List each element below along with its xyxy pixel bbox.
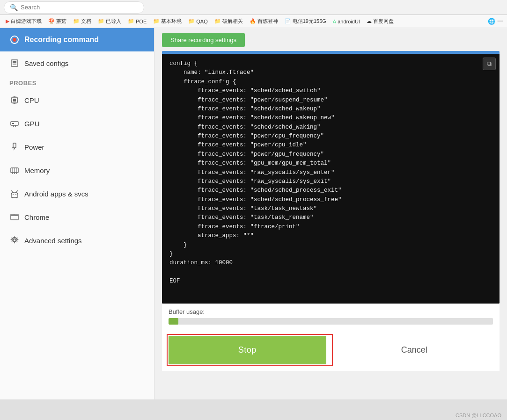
stop-button-wrapper: Stop bbox=[169, 336, 331, 364]
buffer-section: Buffer usage: bbox=[162, 304, 500, 331]
bookmark-android-ui[interactable]: A androidUI bbox=[331, 18, 362, 25]
svg-point-34 bbox=[15, 194, 16, 195]
cpu-label: CPU bbox=[24, 96, 39, 104]
settings-icon bbox=[9, 235, 20, 246]
svg-point-1 bbox=[13, 38, 16, 42]
main-layout: Recording command Saved configs Probes bbox=[0, 28, 507, 399]
buffer-bar-fill bbox=[169, 318, 178, 325]
sidebar-item-memory[interactable]: Memory bbox=[0, 159, 154, 182]
share-recording-button[interactable]: Share recording settings bbox=[162, 33, 245, 47]
svg-rect-3 bbox=[13, 61, 16, 63]
cancel-button[interactable]: Cancel bbox=[336, 336, 493, 364]
bookmarks-bar: ▶ 白嫖游戏下载 🍄 蘑菇 📁 文档 📁 已导入 📁 POE 📁 基本环境 📁 … bbox=[0, 15, 507, 28]
chrome-icon bbox=[9, 212, 20, 222]
cpu-icon bbox=[9, 95, 20, 105]
sidebar: Recording command Saved configs Probes bbox=[0, 28, 154, 399]
saved-configs-label: Saved configs bbox=[24, 59, 68, 67]
terminal-content: config { name: "linux.ftrace" ftrace_con… bbox=[162, 54, 500, 304]
bookmark-baidengsheng[interactable]: 🔥 百炼登神 bbox=[248, 17, 280, 26]
buffer-bar-background bbox=[169, 318, 493, 325]
svg-rect-19 bbox=[11, 122, 18, 125]
search-input[interactable] bbox=[21, 4, 128, 11]
bookmark-qaq[interactable]: 📁 QAQ bbox=[186, 17, 209, 25]
search-icon: 🔍 bbox=[10, 4, 18, 11]
svg-rect-23 bbox=[13, 143, 16, 148]
content-area: Share recording settings ⧉ config { name… bbox=[154, 28, 507, 399]
sidebar-item-recording-command[interactable]: Recording command bbox=[0, 28, 154, 51]
svg-point-38 bbox=[17, 190, 18, 191]
svg-rect-2 bbox=[11, 60, 18, 66]
recording-icon bbox=[9, 35, 20, 45]
watermark: CSDN @LLCCOAO bbox=[456, 413, 501, 418]
svg-point-33 bbox=[13, 194, 14, 195]
sidebar-item-android[interactable]: Android apps & svcs bbox=[0, 182, 154, 205]
advanced-settings-label: Advanced settings bbox=[24, 237, 82, 245]
probes-section-label: Probes bbox=[0, 75, 154, 88]
memory-label: Memory bbox=[24, 167, 50, 174]
chrome-label: Chrome bbox=[24, 213, 49, 221]
bookmark-wendang[interactable]: 📁 文档 bbox=[71, 17, 93, 26]
stop-button[interactable]: Stop bbox=[169, 336, 326, 364]
search-bar[interactable]: 🔍 bbox=[4, 1, 144, 14]
recording-command-label: Recording command bbox=[24, 36, 99, 44]
bookmark-baipi[interactable]: ▶ 白嫖游戏下载 bbox=[4, 17, 44, 26]
svg-point-43 bbox=[14, 215, 15, 216]
buffer-label: Buffer usage: bbox=[169, 308, 493, 315]
bookmark-yidaoru[interactable]: 📁 已导入 bbox=[96, 17, 123, 26]
gpu-icon bbox=[9, 118, 20, 129]
sidebar-item-power[interactable]: Power bbox=[0, 135, 154, 159]
sidebar-item-advanced-settings[interactable]: Advanced settings bbox=[0, 229, 154, 252]
sidebar-item-chrome[interactable]: Chrome bbox=[0, 205, 154, 229]
svg-point-37 bbox=[11, 190, 12, 191]
sidebar-item-cpu[interactable]: CPU bbox=[0, 88, 154, 112]
action-row: Stop Cancel bbox=[162, 331, 500, 371]
cancel-button-wrapper: Cancel bbox=[331, 336, 493, 364]
bookmark-pojie[interactable]: 📁 破解相关 bbox=[213, 17, 245, 26]
bookmark-mogu[interactable]: 🍄 蘑菇 bbox=[46, 17, 68, 26]
copy-button[interactable]: ⧉ bbox=[483, 58, 496, 70]
svg-rect-6 bbox=[13, 99, 16, 101]
android-label: Android apps & svcs bbox=[24, 190, 88, 198]
svg-point-41 bbox=[12, 215, 13, 216]
bookmark-baidu-wangpan[interactable]: ☁ 百度网盘 bbox=[365, 17, 396, 26]
sidebar-item-gpu[interactable]: GPU bbox=[0, 112, 154, 135]
bookmark-poe[interactable]: 📁 POE bbox=[126, 17, 148, 25]
svg-rect-20 bbox=[12, 123, 14, 124]
bookmark-dianxin[interactable]: 📄 电信19元155G bbox=[283, 17, 328, 26]
android-icon bbox=[9, 188, 20, 199]
svg-point-42 bbox=[13, 215, 14, 216]
memory-icon bbox=[9, 165, 20, 175]
share-btn-row: Share recording settings bbox=[154, 28, 507, 49]
terminal-wrapper: ⧉ config { name: "linux.ftrace" ftrace_c… bbox=[162, 51, 500, 304]
power-label: Power bbox=[24, 143, 44, 151]
saved-configs-icon bbox=[9, 58, 20, 68]
bookmark-jibenhuanjing[interactable]: 📁 基本环境 bbox=[151, 17, 184, 26]
gpu-label: GPU bbox=[24, 120, 40, 128]
sidebar-item-saved-configs[interactable]: Saved configs bbox=[0, 51, 154, 75]
browser-toolbar: 🔍 bbox=[0, 0, 507, 15]
power-icon bbox=[9, 142, 20, 152]
